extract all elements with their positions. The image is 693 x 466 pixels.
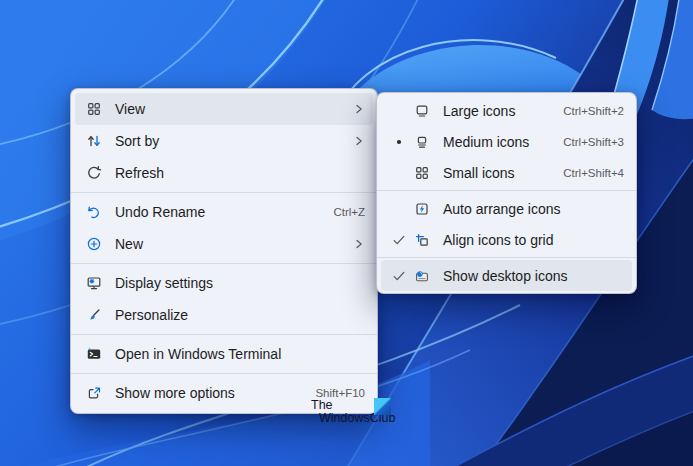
menu-item-label: Display settings xyxy=(115,275,213,291)
menu-separator xyxy=(71,373,377,374)
menu-item-label: Open in Windows Terminal xyxy=(115,346,281,362)
windowsclub-logo-icon xyxy=(374,398,391,415)
new-plus-icon xyxy=(85,236,103,252)
chevron-right-icon xyxy=(353,103,365,115)
chevron-right-icon xyxy=(353,238,365,250)
menu-item-display-settings[interactable]: Display settings xyxy=(75,267,373,299)
submenu-item-label: Show desktop icons xyxy=(443,268,568,284)
menu-item-label: Personalize xyxy=(115,307,188,323)
menu-item-sort-by[interactable]: Sort by xyxy=(75,125,373,157)
menu-item-personalize[interactable]: Personalize xyxy=(75,299,373,331)
menu-item-refresh[interactable]: Refresh xyxy=(75,157,373,189)
menu-item-label: View xyxy=(115,101,145,117)
menu-item-open-windows-terminal[interactable]: Open in Windows Terminal xyxy=(75,338,373,370)
checkmark-icon xyxy=(391,269,407,283)
large-icons-icon xyxy=(413,103,431,119)
submenu-item-align-icons-to-grid[interactable]: Align icons to grid xyxy=(381,224,632,255)
small-icons-icon xyxy=(413,165,431,181)
menu-separator xyxy=(71,263,377,264)
menu-item-label: Show more options xyxy=(115,385,235,401)
medium-icons-icon xyxy=(413,134,431,150)
terminal-icon xyxy=(85,346,103,362)
menu-separator xyxy=(71,334,377,335)
view-grid-icon xyxy=(85,101,103,117)
desktop: View Sort by Refresh xyxy=(0,0,693,466)
auto-arrange-icon xyxy=(413,201,431,217)
submenu-item-label: Medium icons xyxy=(443,134,529,150)
personalize-brush-icon xyxy=(85,307,103,323)
menu-separator xyxy=(71,192,377,193)
menu-item-label: Sort by xyxy=(115,133,159,149)
display-settings-icon xyxy=(85,275,103,291)
menu-separator xyxy=(377,257,636,258)
view-submenu: Large icons Ctrl+Shift+2 Medium icons Ct… xyxy=(376,92,637,294)
show-more-options-icon xyxy=(85,385,103,401)
checkmark-icon xyxy=(391,233,407,247)
menu-item-label: New xyxy=(115,236,143,252)
submenu-item-label: Auto arrange icons xyxy=(443,201,561,217)
submenu-item-show-desktop-icons[interactable]: Show desktop icons xyxy=(381,260,632,291)
radio-bullet-icon xyxy=(391,135,407,149)
submenu-item-medium-icons[interactable]: Medium icons Ctrl+Shift+3 xyxy=(381,126,632,157)
undo-icon xyxy=(85,204,103,220)
menu-item-label: Undo Rename xyxy=(115,204,205,220)
menu-separator xyxy=(377,190,636,191)
desktop-context-menu: View Sort by Refresh xyxy=(70,88,378,414)
menu-item-shortcut: Ctrl+Z xyxy=(333,206,365,218)
submenu-item-auto-arrange-icons[interactable]: Auto arrange icons xyxy=(381,193,632,224)
menu-item-new[interactable]: New xyxy=(75,228,373,260)
menu-item-view[interactable]: View xyxy=(75,93,373,125)
refresh-icon xyxy=(85,165,103,181)
align-grid-icon xyxy=(413,232,431,248)
submenu-item-shortcut: Ctrl+Shift+4 xyxy=(563,167,624,179)
show-desktop-icons-icon xyxy=(413,268,431,284)
submenu-item-shortcut: Ctrl+Shift+2 xyxy=(563,105,624,117)
menu-item-undo-rename[interactable]: Undo Rename Ctrl+Z xyxy=(75,196,373,228)
submenu-item-large-icons[interactable]: Large icons Ctrl+Shift+2 xyxy=(381,95,632,126)
sort-icon xyxy=(85,133,103,149)
submenu-item-label: Align icons to grid xyxy=(443,232,554,248)
submenu-item-label: Large icons xyxy=(443,103,515,119)
submenu-item-small-icons[interactable]: Small icons Ctrl+Shift+4 xyxy=(381,157,632,188)
submenu-item-shortcut: Ctrl+Shift+3 xyxy=(563,136,624,148)
chevron-right-icon xyxy=(353,135,365,147)
submenu-item-label: Small icons xyxy=(443,165,515,181)
menu-item-label: Refresh xyxy=(115,165,164,181)
